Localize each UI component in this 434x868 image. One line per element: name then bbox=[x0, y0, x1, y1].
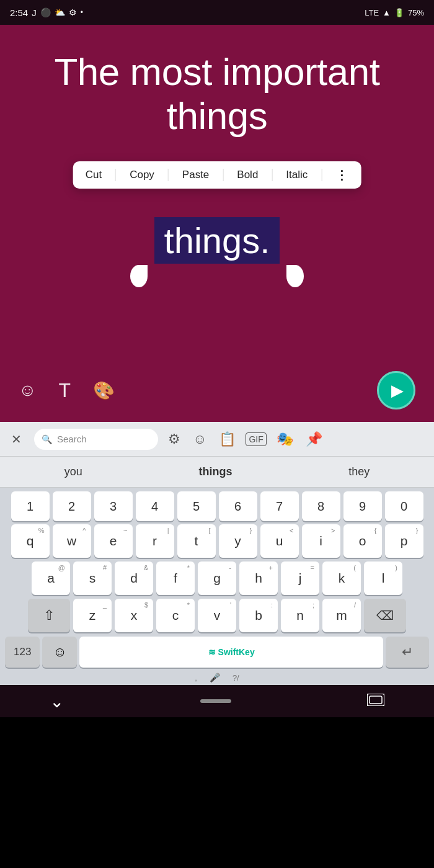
key-9[interactable]: 9 bbox=[343, 491, 382, 521]
key-c[interactable]: *c bbox=[156, 599, 195, 632]
cloud-icon: ⛅ bbox=[55, 7, 65, 17]
key-7[interactable]: 7 bbox=[260, 491, 299, 521]
suggestion-they[interactable]: they bbox=[336, 462, 382, 482]
key-g[interactable]: -g bbox=[198, 562, 236, 595]
gif-icon[interactable]: GIF bbox=[246, 432, 266, 446]
status-bar: 2:54 J ⚫ ⛅ ⚙ • LTE ▲ 🔋 75% bbox=[0, 0, 434, 25]
key-3[interactable]: 3 bbox=[94, 491, 133, 521]
more-options-button[interactable]: ⋮ bbox=[335, 168, 348, 182]
key-e[interactable]: ~e bbox=[94, 524, 133, 558]
clipboard-icon[interactable]: 📋 bbox=[216, 429, 238, 450]
key-p[interactable]: }p bbox=[385, 524, 423, 558]
separator bbox=[168, 169, 169, 181]
key-s[interactable]: #s bbox=[73, 562, 112, 595]
signal-icon: ▲ bbox=[383, 8, 391, 17]
space-key[interactable]: ≋ SwiftKey bbox=[79, 637, 383, 668]
paint-toolbar-icon[interactable]: 🎨 bbox=[93, 380, 115, 401]
search-icon: 🔍 bbox=[42, 434, 52, 444]
navigation-bar: ⌄ bbox=[0, 685, 434, 717]
key-f[interactable]: *f bbox=[156, 562, 195, 595]
number-row: 1 2 3 4 5 6 7 8 9 0 bbox=[0, 488, 434, 522]
circle-icon: ⚫ bbox=[40, 7, 51, 17]
comma-hint: , bbox=[195, 673, 197, 682]
svg-rect-1 bbox=[370, 696, 382, 704]
key-6[interactable]: 6 bbox=[219, 491, 257, 521]
separator bbox=[321, 169, 322, 181]
text-toolbar-icon[interactable]: T bbox=[59, 379, 71, 402]
key-k[interactable]: (k bbox=[322, 562, 361, 595]
key-a[interactable]: @a bbox=[32, 562, 70, 595]
key-h[interactable]: +h bbox=[239, 562, 278, 595]
selection-handle-right[interactable] bbox=[286, 265, 304, 287]
emoji-keyboard-icon[interactable]: ☺ bbox=[190, 429, 209, 450]
keyboard-area: ✕ 🔍 Search ⚙ ☺ 📋 GIF 🎭 📌 you things they… bbox=[0, 422, 434, 685]
key-r[interactable]: |r bbox=[136, 524, 174, 558]
key-i[interactable]: >i bbox=[302, 524, 340, 558]
key-n[interactable]: ;n bbox=[281, 599, 319, 632]
bottom-hint-row: , 🎤 ?/ bbox=[0, 670, 434, 685]
keyboard-row-2: @a #s &d *f -g +h =j (k )l bbox=[0, 560, 434, 597]
home-button[interactable] bbox=[200, 699, 231, 703]
key-q[interactable]: %q bbox=[11, 524, 50, 558]
key-u[interactable]: <u bbox=[260, 524, 299, 558]
editor-area[interactable]: The most important things Cut Copy Paste… bbox=[0, 25, 434, 422]
send-button[interactable]: ▶ bbox=[377, 371, 415, 409]
emoji-toolbar-icon[interactable]: ☺ bbox=[19, 380, 37, 400]
key-0[interactable]: 0 bbox=[385, 491, 423, 521]
selection-handle-left[interactable] bbox=[130, 265, 148, 287]
key-5[interactable]: 5 bbox=[177, 491, 216, 521]
key-o[interactable]: {o bbox=[343, 524, 382, 558]
selected-text: things. bbox=[154, 217, 280, 264]
keyboard-top-bar: ✕ 🔍 Search ⚙ ☺ 📋 GIF 🎭 📌 bbox=[0, 422, 434, 457]
enter-key[interactable]: ↵ bbox=[386, 637, 429, 668]
keyboard-search[interactable]: 🔍 Search bbox=[34, 429, 158, 450]
back-button[interactable]: ⌄ bbox=[50, 691, 64, 712]
battery-level: 75% bbox=[408, 8, 424, 17]
emoji-bottom-key[interactable]: ☺ bbox=[42, 637, 77, 668]
italic-button[interactable]: Italic bbox=[286, 169, 308, 181]
bottom-toolbar: ☺ T 🎨 ▶ bbox=[0, 371, 434, 409]
selected-text-wrapper: things. bbox=[130, 217, 304, 287]
pin-icon[interactable]: 📌 bbox=[303, 429, 325, 450]
sticker-icon[interactable]: 🎭 bbox=[274, 429, 296, 450]
dot-icon: • bbox=[81, 8, 83, 17]
status-left: 2:54 J ⚫ ⛅ ⚙ • bbox=[10, 7, 83, 18]
key-b[interactable]: :b bbox=[239, 599, 278, 632]
key-1[interactable]: 1 bbox=[11, 491, 50, 521]
keyboard-close-button[interactable]: ✕ bbox=[6, 429, 27, 449]
main-text: The most important things bbox=[12, 50, 422, 138]
keyboard-row-3: ⇧ _z $x *c 'v :b ;n /m ⌫ bbox=[0, 597, 434, 634]
mic-hint: 🎤 bbox=[210, 673, 220, 682]
copy-button[interactable]: Copy bbox=[130, 169, 154, 181]
keyboard-suggestions: you things they bbox=[0, 457, 434, 488]
key-8[interactable]: 8 bbox=[302, 491, 340, 521]
suggestion-things[interactable]: things bbox=[186, 462, 244, 482]
key-v[interactable]: 'v bbox=[198, 599, 236, 632]
search-placeholder: Search bbox=[57, 434, 87, 444]
key-z[interactable]: _z bbox=[73, 599, 112, 632]
key-l[interactable]: )l bbox=[364, 562, 402, 595]
key-x[interactable]: $x bbox=[115, 599, 153, 632]
mode-key[interactable]: 123 bbox=[5, 637, 40, 668]
recents-button[interactable] bbox=[367, 694, 384, 709]
paste-button[interactable]: Paste bbox=[182, 169, 209, 181]
key-4[interactable]: 4 bbox=[136, 491, 174, 521]
key-j[interactable]: =j bbox=[281, 562, 319, 595]
shift-key[interactable]: ⇧ bbox=[28, 599, 70, 632]
key-2[interactable]: 2 bbox=[53, 491, 91, 521]
status-right: LTE ▲ 🔋 75% bbox=[365, 8, 424, 17]
backspace-key[interactable]: ⌫ bbox=[364, 599, 406, 632]
key-t[interactable]: [t bbox=[177, 524, 216, 558]
selection-handles bbox=[130, 265, 304, 287]
suggestion-you[interactable]: you bbox=[52, 462, 95, 482]
carrier-initial: J bbox=[32, 7, 37, 18]
key-w[interactable]: ^w bbox=[53, 524, 91, 558]
key-y[interactable]: }y bbox=[219, 524, 257, 558]
period-hint: ?/ bbox=[232, 673, 239, 682]
bold-button[interactable]: Bold bbox=[237, 169, 258, 181]
cut-button[interactable]: Cut bbox=[86, 169, 102, 181]
time: 2:54 bbox=[10, 7, 28, 18]
settings-keyboard-icon[interactable]: ⚙ bbox=[166, 429, 183, 450]
key-m[interactable]: /m bbox=[322, 599, 361, 632]
key-d[interactable]: &d bbox=[115, 562, 153, 595]
